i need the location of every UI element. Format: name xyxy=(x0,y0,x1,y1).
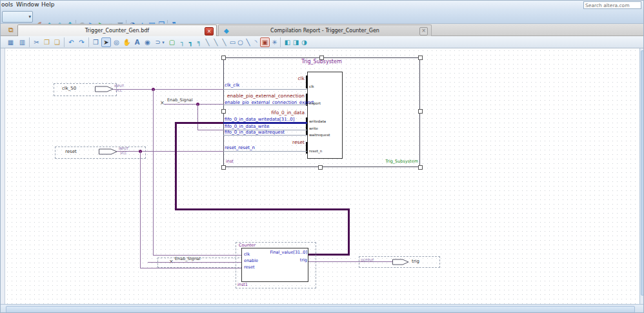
chevron-down-icon[interactable]: ▾ xyxy=(161,37,166,47)
bus-writedata-seg3[interactable] xyxy=(175,208,350,210)
zoom-tool-icon[interactable]: ◎ xyxy=(112,37,121,47)
pin-type-text: OUTPUT xyxy=(361,259,374,262)
reset-pin-label[interactable]: reset xyxy=(65,149,77,154)
selection-handle[interactable] xyxy=(221,56,226,60)
menu-bar: ools Window Help xyxy=(1,1,644,9)
main-toolbar: ▾ ✐ ◆ ◈ ❖ ● ▶ ▶ » ▼ ◔ ▲ ▤ ❒ ❞ xyxy=(1,9,644,24)
selection-handle[interactable] xyxy=(319,56,324,60)
menu-tools[interactable]: ools xyxy=(1,1,13,8)
port-group-tick xyxy=(306,117,308,135)
document-tab-bar: ⧉ Trigger_Counter_Gen.bdf × ◆ Compilatio… xyxy=(1,24,644,36)
inner-port-export: export xyxy=(309,101,321,105)
horizontal-scrollbar[interactable] xyxy=(1,304,644,313)
toolbar-separator xyxy=(29,37,30,47)
wire-enab-drop[interactable] xyxy=(197,104,198,130)
toolbar-separator xyxy=(64,37,65,47)
wire-counter-enable[interactable] xyxy=(148,262,241,263)
inner-port-reset-n: reset_n xyxy=(309,149,322,153)
print-icon[interactable]: ▥ xyxy=(17,37,27,47)
input-pin-symbol[interactable] xyxy=(99,148,118,155)
wire-clk50-drop[interactable] xyxy=(153,89,154,255)
bus-writedata-seg1[interactable] xyxy=(175,122,223,124)
redo-icon[interactable]: ↷ xyxy=(77,37,86,47)
port-stub xyxy=(223,151,307,152)
menu-help[interactable]: Help xyxy=(41,1,55,8)
detach-window-icon[interactable]: ❒ xyxy=(91,37,101,47)
port-group-tick xyxy=(306,76,308,88)
menu-window[interactable]: Window xyxy=(16,1,39,8)
output-pin-symbol[interactable] xyxy=(392,259,409,265)
toolbar-separator xyxy=(88,37,89,47)
wire-enab-signal[interactable] xyxy=(164,104,223,105)
inner-port-write: write xyxy=(309,126,318,130)
rubberbanding-toggle-icon[interactable]: ▣ xyxy=(260,37,270,47)
wire-clk50[interactable] xyxy=(113,89,223,90)
copy-icon[interactable]: ❐ xyxy=(42,37,52,47)
bus-writedata-seg2[interactable] xyxy=(175,122,177,210)
counter-port-trig[interactable]: trig xyxy=(279,258,307,263)
wire-counter-reset[interactable] xyxy=(140,268,241,268)
save-icon[interactable]: ▦ xyxy=(6,37,15,47)
inner-port-writedata: writedata xyxy=(309,119,326,123)
horizontal-scrollbar-thumb[interactable] xyxy=(6,306,635,313)
find-tool-icon[interactable]: ◉ xyxy=(143,37,152,47)
subsystem-instance-label[interactable]: inst xyxy=(226,159,234,164)
selection-handle[interactable] xyxy=(318,165,323,170)
group-header-reset: reset xyxy=(225,140,305,145)
counter-port-clk[interactable]: clk xyxy=(244,252,250,257)
counter-instance-label[interactable]: inst1 xyxy=(237,283,248,287)
port-reset-reset-n[interactable]: reset_reset_n xyxy=(225,146,255,150)
tab-compilation-report[interactable]: ◆ Compilation Report - Trigger_Counter_G… xyxy=(218,25,432,36)
search-input[interactable] xyxy=(583,1,641,9)
tab-label: Trigger_Counter_Gen.bdf xyxy=(18,28,216,34)
port-stub xyxy=(223,105,307,105)
net-label-enab-signal[interactable]: Enab_Signal xyxy=(175,257,201,261)
group-header-clk: clk xyxy=(225,76,305,81)
wire-reset[interactable] xyxy=(117,151,223,152)
toolbar-separator xyxy=(280,37,281,47)
port-fifo-writedata[interactable]: fifo_0_in_data_writedata[31..0] xyxy=(225,117,294,122)
net-attach-marker: × xyxy=(160,101,165,106)
selection-handle[interactable] xyxy=(418,56,423,60)
counter-port-reset[interactable]: reset xyxy=(244,265,254,270)
wire-counter-clk[interactable] xyxy=(153,255,241,256)
port-fifo-write[interactable]: fifo_0_in_data_write xyxy=(225,125,269,129)
pin-default-text: VCC xyxy=(120,152,126,155)
counter-port-final-value[interactable]: Final_value[31..0] xyxy=(254,250,307,255)
counter-title[interactable]: Counter xyxy=(239,243,256,248)
selection-handle[interactable] xyxy=(418,165,423,170)
arc-tool-icon[interactable]: ◝ xyxy=(251,37,261,47)
input-pin-symbol[interactable] xyxy=(95,86,114,92)
close-icon[interactable]: × xyxy=(205,27,214,35)
undo-icon[interactable]: ↶ xyxy=(66,37,76,47)
wire-fifo-write[interactable] xyxy=(197,130,223,130)
text-tool-icon[interactable]: A xyxy=(132,37,142,47)
bus-writedata-seg4[interactable] xyxy=(348,208,350,256)
tab-label: Compilation Report - Trigger_Counter_Gen xyxy=(219,28,431,34)
counter-port-enable[interactable]: enable xyxy=(244,259,258,263)
inner-port-waitrequest: waitrequest xyxy=(309,133,330,137)
net-label-enab-signal[interactable]: Enab_Signal xyxy=(167,98,193,103)
wire-reset-drop[interactable] xyxy=(140,151,141,268)
close-icon[interactable]: × xyxy=(419,27,428,35)
port-fifo-waitrequest[interactable]: fifo_0_in_data_waitrequest xyxy=(225,130,285,135)
schematic-canvas[interactable]: clk_50 INPUT VCC reset INPUT VCC × Enab_… xyxy=(5,48,639,304)
tab-trigger-counter-gen-bdf[interactable]: Trigger_Counter_Gen.bdf × xyxy=(17,25,217,36)
block-tool-icon[interactable]: ▢ xyxy=(167,37,177,47)
selection-handle[interactable] xyxy=(418,109,423,114)
vertical-scrollbar[interactable] xyxy=(639,48,644,304)
cut-scissors-icon[interactable]: ✂ xyxy=(32,37,41,47)
vertical-scrollbar-thumb[interactable] xyxy=(641,50,644,296)
paste-icon[interactable]: ❏ xyxy=(52,37,62,47)
quartus-window: ools Window Help ▾ ✐ ◆ ◈ ❖ ● ▶ ▶ » ▼ ◔ ▲… xyxy=(0,0,644,313)
bdf-document-icon[interactable]: ⧉ xyxy=(6,25,16,34)
selection-handle[interactable] xyxy=(221,165,226,170)
revision-combobox[interactable]: ▾ xyxy=(2,11,33,23)
hand-tool-icon[interactable]: ✋ xyxy=(122,37,132,47)
rotate-left-icon[interactable]: ◑ xyxy=(299,37,309,47)
partial-line-selection-icon[interactable]: ✳ xyxy=(270,37,279,47)
selection-tool-icon[interactable]: ➤ xyxy=(101,37,111,47)
trig-pin-label[interactable]: trig xyxy=(412,259,419,264)
port-clk-clk[interactable]: clk_clk xyxy=(225,83,239,88)
clk50-pin-label[interactable]: clk_50 xyxy=(62,86,76,91)
